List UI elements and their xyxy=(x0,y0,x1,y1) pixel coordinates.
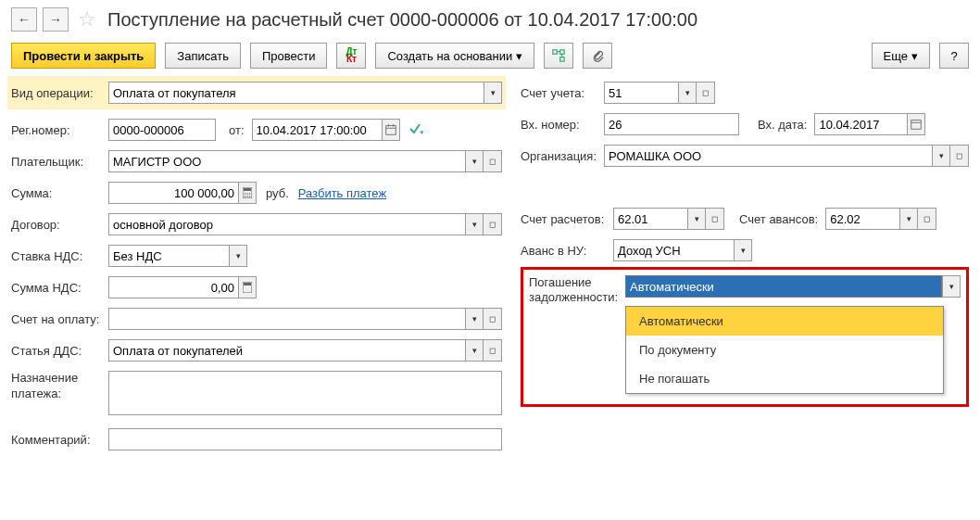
dds-label: Статья ДДС: xyxy=(11,344,108,358)
vat-sum-input[interactable] xyxy=(108,276,238,298)
svg-rect-3 xyxy=(385,126,396,135)
page-title: Поступление на расчетный счет 0000-00000… xyxy=(107,9,697,31)
dtkt-button[interactable]: ДтКт xyxy=(336,43,366,69)
calculator-icon xyxy=(243,282,252,293)
svg-point-10 xyxy=(246,193,248,195)
invoice-label: Счет на оплату: xyxy=(11,312,108,326)
contract-input[interactable] xyxy=(108,213,465,235)
svg-rect-2 xyxy=(560,57,564,61)
account-label: Счет учета: xyxy=(521,86,604,100)
in-date-input[interactable] xyxy=(814,113,907,135)
debt-dropdown-button[interactable]: ▾ xyxy=(942,275,961,298)
structure-button[interactable] xyxy=(544,43,573,69)
operation-type-dropdown-button[interactable]: ▾ xyxy=(484,82,502,104)
help-button[interactable]: ? xyxy=(939,43,969,69)
invoice-open-button[interactable]: ◻ xyxy=(484,308,502,330)
status-ok-icon[interactable] xyxy=(409,122,424,138)
more-button[interactable]: Еще ▾ xyxy=(872,43,930,69)
svg-rect-17 xyxy=(911,120,922,130)
contract-open-button[interactable]: ◻ xyxy=(484,213,502,235)
save-button[interactable]: Записать xyxy=(165,43,241,69)
org-open-button[interactable]: ◻ xyxy=(950,145,969,167)
calculator-icon xyxy=(243,187,252,198)
payer-dropdown-button[interactable]: ▾ xyxy=(465,150,484,172)
settle-account-label: Счет расчетов: xyxy=(521,212,613,226)
in-number-input[interactable] xyxy=(604,113,739,135)
in-date-calendar-button[interactable] xyxy=(907,113,925,135)
dds-dropdown-button[interactable]: ▾ xyxy=(465,339,484,361)
date-input[interactable] xyxy=(252,119,382,141)
favorite-star-icon[interactable]: ☆ xyxy=(78,7,96,32)
account-dropdown-button[interactable]: ▾ xyxy=(678,82,697,104)
payer-label: Плательщик: xyxy=(11,155,108,169)
nav-forward-button[interactable]: → xyxy=(43,7,69,32)
account-input[interactable] xyxy=(604,82,678,104)
svg-point-12 xyxy=(245,196,246,197)
svg-rect-1 xyxy=(560,50,564,54)
currency-label: руб. xyxy=(266,186,289,200)
svg-point-13 xyxy=(246,196,248,197)
contract-dropdown-button[interactable]: ▾ xyxy=(465,213,484,235)
avans-nu-input[interactable] xyxy=(613,239,734,261)
structure-icon xyxy=(552,49,565,62)
svg-rect-16 xyxy=(244,283,251,285)
org-label: Организация: xyxy=(521,149,604,163)
calendar-icon xyxy=(384,123,397,136)
org-input[interactable] xyxy=(604,145,932,167)
in-number-label: Вх. номер: xyxy=(521,118,604,132)
advance-open-button[interactable]: ◻ xyxy=(918,208,936,230)
payer-input[interactable] xyxy=(108,150,465,172)
invoice-dropdown-button[interactable]: ▾ xyxy=(465,308,484,330)
payer-open-button[interactable]: ◻ xyxy=(484,150,502,172)
dds-input[interactable] xyxy=(108,339,465,361)
advance-dropdown-button[interactable]: ▾ xyxy=(899,208,918,230)
avans-nu-label: Аванс в НУ: xyxy=(521,244,613,258)
dds-open-button[interactable]: ◻ xyxy=(484,339,502,361)
dropdown-option-by-doc[interactable]: По документу xyxy=(626,336,943,364)
operation-type-input[interactable] xyxy=(108,82,484,104)
settle-account-input[interactable] xyxy=(613,208,687,230)
settle-dropdown-button[interactable]: ▾ xyxy=(687,208,706,230)
reg-number-label: Рег.номер: xyxy=(11,123,108,137)
account-open-button[interactable]: ◻ xyxy=(697,82,715,104)
vat-sum-label: Сумма НДС: xyxy=(11,281,108,295)
sum-calc-button[interactable] xyxy=(238,182,257,204)
svg-point-9 xyxy=(245,193,246,195)
date-calendar-button[interactable] xyxy=(382,119,400,141)
org-dropdown-button[interactable]: ▾ xyxy=(932,145,950,167)
comment-input[interactable] xyxy=(108,428,502,450)
calendar-icon xyxy=(910,118,923,131)
sum-input[interactable] xyxy=(108,182,238,204)
debt-dropdown-list: Автоматически По документу Не погашать xyxy=(625,306,944,394)
more-label: Еще xyxy=(884,49,908,63)
reg-number-input[interactable] xyxy=(108,119,216,141)
purpose-label: Назначение платежа: xyxy=(11,371,108,402)
dropdown-option-auto[interactable]: Автоматически xyxy=(626,307,943,336)
invoice-input[interactable] xyxy=(108,308,465,330)
from-label: от: xyxy=(229,123,245,137)
dropdown-option-none[interactable]: Не погашать xyxy=(626,364,943,393)
paperclip-icon xyxy=(591,49,604,62)
vat-rate-input[interactable] xyxy=(108,245,229,267)
advance-account-input[interactable] xyxy=(825,208,899,230)
chevron-down-icon: ▾ xyxy=(911,49,918,63)
attach-button[interactable] xyxy=(583,43,612,69)
purpose-textarea[interactable] xyxy=(108,371,502,415)
split-payment-link[interactable]: Разбить платеж xyxy=(298,186,386,200)
vat-rate-dropdown-button[interactable]: ▾ xyxy=(229,245,247,267)
highlighted-debt-section: Погашение задолженности: Автоматически ▾… xyxy=(521,267,969,407)
create-based-on-button[interactable]: Создать на основании ▾ xyxy=(375,43,534,69)
post-and-close-button[interactable]: Провести и закрыть xyxy=(11,43,156,69)
debt-repayment-input[interactable]: Автоматически xyxy=(625,275,942,298)
svg-rect-8 xyxy=(244,188,251,191)
avans-nu-dropdown-button[interactable]: ▾ xyxy=(734,239,752,261)
operation-type-label: Вид операции: xyxy=(11,86,108,100)
vat-sum-calc-button[interactable] xyxy=(238,276,257,298)
chevron-down-icon: ▾ xyxy=(516,49,522,63)
post-button[interactable]: Провести xyxy=(250,43,328,69)
advance-account-label: Счет авансов: xyxy=(739,212,818,226)
settle-open-button[interactable]: ◻ xyxy=(706,208,724,230)
nav-back-button[interactable]: ← xyxy=(11,7,37,32)
debt-repayment-label: Погашение задолженности: xyxy=(529,275,625,306)
vat-rate-label: Ставка НДС: xyxy=(11,249,108,263)
